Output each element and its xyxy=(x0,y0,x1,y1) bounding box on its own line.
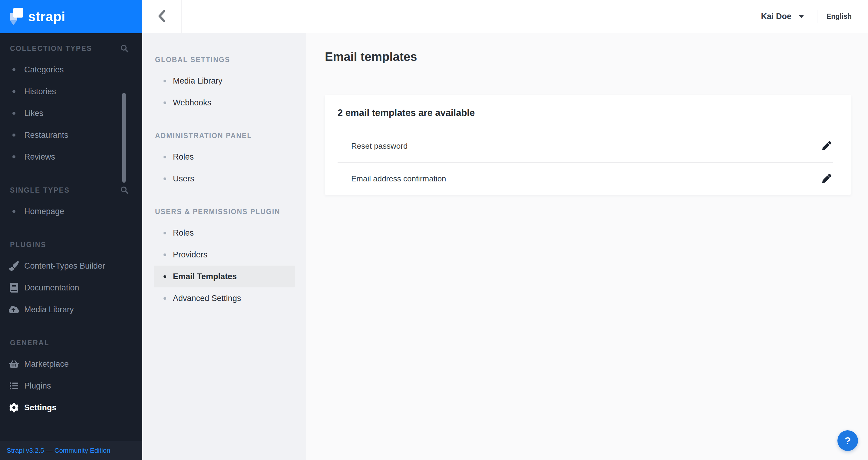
sidebar-item-reviews[interactable]: Reviews xyxy=(0,146,142,168)
settings-subnav: GLOBAL SETTINGS Media Library Webhooks A… xyxy=(142,33,306,460)
question-mark-icon: ? xyxy=(845,435,851,447)
subnav-item-media-library[interactable]: Media Library xyxy=(154,70,295,92)
main-sidebar: strapi COLLECTION TYPES Categories Histo… xyxy=(0,0,142,460)
chevron-left-icon xyxy=(158,10,165,23)
search-icon[interactable] xyxy=(120,44,129,54)
topbar-divider xyxy=(817,10,817,23)
language-selector[interactable]: English xyxy=(827,12,851,21)
subnav-item-admin-roles[interactable]: Roles xyxy=(154,146,295,168)
subnav-section-users-permissions: USERS & PERMISSIONS PLUGIN Roles Provide… xyxy=(142,205,306,309)
book-icon xyxy=(8,282,20,293)
back-button[interactable] xyxy=(142,0,182,33)
sidebar-item-likes[interactable]: Likes xyxy=(0,102,142,124)
sidebar-footer: Strapi v3.2.5 — Community Edition xyxy=(0,441,142,460)
sidebar-item-content-types-builder[interactable]: Content-Types Builder xyxy=(0,255,142,277)
subnav-item-up-roles[interactable]: Roles xyxy=(154,222,295,244)
template-label: Email address confirmation xyxy=(351,174,446,184)
topbar: Kai Doe English xyxy=(142,0,868,33)
template-label: Reset password xyxy=(351,142,407,151)
subnav-section-title: ADMINISTRATION PANEL xyxy=(155,132,252,140)
list-icon xyxy=(8,380,20,391)
template-row-email-confirmation[interactable]: Email address confirmation xyxy=(338,162,833,195)
bullet-icon xyxy=(12,90,16,93)
basket-icon xyxy=(8,359,20,369)
main-panel: Email templates 2 email templates are av… xyxy=(306,33,868,460)
content-region: GLOBAL SETTINGS Media Library Webhooks A… xyxy=(142,33,868,460)
help-button[interactable]: ? xyxy=(837,430,858,451)
template-row-reset-password[interactable]: Reset password xyxy=(338,130,833,162)
section-title: PLUGINS xyxy=(10,241,46,249)
sidebar-item-plugins[interactable]: Plugins xyxy=(0,375,142,397)
chevron-down-icon xyxy=(799,15,804,18)
bullet-icon xyxy=(163,80,166,82)
paint-brush-icon xyxy=(8,260,20,271)
subnav-item-admin-users[interactable]: Users xyxy=(154,168,295,190)
bullet-icon xyxy=(12,210,16,213)
bullet-icon xyxy=(12,155,16,158)
bullet-icon xyxy=(163,101,166,104)
user-menu[interactable]: Kai Doe xyxy=(761,12,804,21)
section-plugins: PLUGINS Content-Types Builder Documentat… xyxy=(0,238,142,320)
bullet-icon xyxy=(163,156,166,158)
sidebar-item-media-library[interactable]: Media Library xyxy=(0,299,142,320)
section-general: GENERAL Marketplace Plugins xyxy=(0,336,142,419)
user-name: Kai Doe xyxy=(761,12,792,21)
section-title: SINGLE TYPES xyxy=(10,186,70,194)
subnav-item-providers[interactable]: Providers xyxy=(154,244,295,266)
version-link[interactable]: Strapi v3.2.5 — Community Edition xyxy=(7,447,110,455)
logo-wordmark: strapi xyxy=(28,10,65,23)
gear-icon xyxy=(8,402,20,413)
pencil-icon xyxy=(822,174,831,184)
sidebar-menu: COLLECTION TYPES Categories Histories Li… xyxy=(0,33,142,441)
strapi-logo-icon xyxy=(9,7,23,26)
subnav-section-title: GLOBAL SETTINGS xyxy=(155,56,230,64)
search-icon[interactable] xyxy=(120,186,129,196)
subnav-item-advanced-settings[interactable]: Advanced Settings xyxy=(154,287,295,309)
sidebar-item-categories[interactable]: Categories xyxy=(0,59,142,81)
bullet-icon xyxy=(163,232,166,235)
bullet-icon xyxy=(163,178,166,180)
strapi-admin-app: strapi COLLECTION TYPES Categories Histo… xyxy=(0,0,868,460)
bullet-icon xyxy=(163,253,166,256)
bullet-icon xyxy=(12,112,16,115)
bullet-icon xyxy=(163,297,166,300)
subnav-section-title: USERS & PERMISSIONS PLUGIN xyxy=(155,208,280,216)
bullet-icon xyxy=(12,68,16,71)
email-templates-card: 2 email templates are available Reset pa… xyxy=(325,95,851,195)
cloud-upload-icon xyxy=(8,304,20,315)
right-region: Kai Doe English GLOBAL SETTINGS Media Li… xyxy=(142,0,868,460)
subnav-section-global-settings: GLOBAL SETTINGS Media Library Webhooks xyxy=(142,53,306,114)
bullet-icon xyxy=(12,133,16,136)
sidebar-item-homepage[interactable]: Homepage xyxy=(0,201,142,222)
subnav-item-email-templates[interactable]: Email Templates xyxy=(154,266,295,287)
card-heading: 2 email templates are available xyxy=(338,106,833,120)
section-title: COLLECTION TYPES xyxy=(10,44,92,53)
sidebar-item-settings[interactable]: Settings xyxy=(0,397,142,419)
strapi-logo[interactable]: strapi xyxy=(0,0,142,33)
section-single-types: SINGLE TYPES Homepage xyxy=(0,184,142,222)
subnav-section-administration-panel: ADMINISTRATION PANEL Roles Users xyxy=(142,129,306,190)
sidebar-item-documentation[interactable]: Documentation xyxy=(0,277,142,299)
section-collection-types: COLLECTION TYPES Categories Histories Li… xyxy=(0,42,142,168)
pencil-icon xyxy=(822,141,831,151)
edit-reset-password-button[interactable] xyxy=(821,140,833,152)
sidebar-item-marketplace[interactable]: Marketplace xyxy=(0,353,142,375)
edit-email-confirmation-button[interactable] xyxy=(821,173,833,185)
sidebar-item-restaurants[interactable]: Restaurants xyxy=(0,124,142,146)
sidebar-item-histories[interactable]: Histories xyxy=(0,81,142,102)
bullet-icon xyxy=(163,275,166,278)
page-title: Email templates xyxy=(325,49,851,64)
section-title: GENERAL xyxy=(10,339,49,347)
subnav-item-webhooks[interactable]: Webhooks xyxy=(154,92,295,114)
